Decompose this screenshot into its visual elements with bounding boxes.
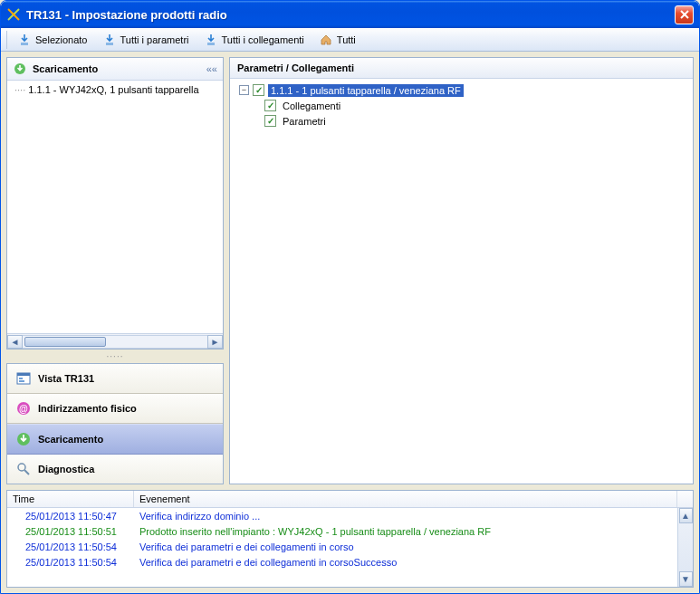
log-row[interactable]: 25/01/2013 11:50:51Prodotto inserito nel… (7, 523, 677, 539)
log-vscrollbar[interactable]: ▲ ▼ (677, 508, 693, 587)
toolbar-all-links[interactable]: Tutti i collegamenti (197, 29, 311, 51)
params-tree[interactable]: − 1.1.1 - 1 pulsanti tapparella / venezi… (230, 79, 693, 484)
toolbar-selected[interactable]: Selezionato (11, 29, 94, 51)
nav-diagnostica[interactable]: Diagnostica (7, 455, 223, 484)
collapse-toggle[interactable]: «« (206, 63, 217, 74)
close-button[interactable] (675, 5, 694, 24)
diagnostics-icon (16, 462, 31, 476)
toolbar: Selezionato Tutti i parametri Tutti i co… (1, 28, 699, 52)
log-cell-time: 25/01/2013 11:50:54 (7, 541, 134, 553)
log-row[interactable]: 25/01/2013 11:50:54Verifica dei parametr… (7, 554, 677, 570)
log-cell-time: 25/01/2013 11:50:51 (7, 525, 134, 538)
toolbar-all-params[interactable]: Tutti i parametri (96, 29, 196, 51)
svg-line-16 (24, 470, 29, 474)
scroll-track[interactable] (23, 335, 207, 349)
tree-toggle-root[interactable]: − (239, 85, 249, 95)
download-panel-header: Scaricamento «« (7, 58, 223, 81)
svg-rect-10 (19, 378, 23, 379)
toolbar-selected-label: Selezionato (35, 34, 88, 45)
download-icon (13, 62, 27, 76)
app-icon (6, 7, 21, 22)
toolbar-all-label: Tutti (337, 34, 356, 45)
download-links-icon (204, 33, 218, 47)
nav-list: Vista TR131 @ Indirizzamento fisico Scar… (6, 363, 224, 484)
addressing-icon: @ (16, 401, 31, 416)
horizontal-scrollbar[interactable]: ◄ ► (7, 333, 223, 349)
log-header: Time Evenement (7, 491, 693, 508)
log-cell-time: 25/01/2013 11:50:47 (7, 510, 134, 522)
log-row[interactable]: 25/01/2013 11:50:54Verifica dei parametr… (7, 539, 677, 554)
svg-rect-5 (106, 43, 113, 45)
svg-rect-4 (21, 43, 28, 45)
vista-icon (16, 371, 31, 386)
tree-check-root[interactable] (253, 84, 264, 96)
scroll-left-arrow[interactable]: ◄ (7, 335, 23, 349)
titlebar: TR131 - Impostazione prodotti radio (1, 1, 699, 28)
download-tree-item[interactable]: ···· 1.1.1 - WYJ42xQ, 1 pulsanti tappare… (7, 81, 223, 99)
tree-node-links[interactable]: Collegamenti (234, 98, 689, 113)
log-scroll-down[interactable]: ▼ (679, 571, 693, 587)
toolbar-all[interactable]: Tutti (312, 29, 362, 51)
left-column: Scaricamento «« ···· 1.1.1 - WYJ42xQ, 1 … (6, 57, 224, 484)
tree-label-links[interactable]: Collegamenti (280, 100, 343, 112)
download-nav-icon (16, 432, 31, 446)
log-col-event[interactable]: Evenement (134, 491, 677, 507)
scroll-right-arrow[interactable]: ► (207, 335, 223, 349)
svg-rect-11 (19, 380, 24, 382)
splitter[interactable] (6, 353, 224, 359)
log-cell-time: 25/01/2013 11:50:54 (7, 556, 134, 569)
log-cell-event: Prodotto inserito nell'impianto : WYJ42x… (134, 525, 677, 538)
svg-point-15 (18, 464, 25, 471)
svg-rect-6 (207, 43, 215, 45)
toolbar-all-params-label: Tutti i parametri (120, 34, 189, 45)
tree-check-params[interactable] (264, 115, 276, 127)
nav-vista-label: Vista TR131 (38, 373, 94, 384)
params-panel-header: Parametri / Collegamenti (230, 58, 693, 79)
home-icon (319, 33, 333, 47)
right-column: Parametri / Collegamenti − 1.1.1 - 1 pul… (229, 57, 694, 484)
svg-text:@: @ (19, 404, 28, 414)
tree-check-links[interactable] (264, 100, 276, 111)
log-rows[interactable]: 25/01/2013 11:50:47Verifica indirizzo do… (7, 508, 677, 587)
tree-node-root[interactable]: − 1.1.1 - 1 pulsanti tapparella / venezi… (234, 82, 689, 98)
tree-label-params[interactable]: Parametri (280, 115, 329, 128)
download-panel-title: Scaricamento (33, 63, 98, 74)
download-params-icon (102, 33, 117, 47)
log-cell-event: Verifica dei parametri e dei collegament… (134, 541, 677, 553)
download-selected-icon (17, 33, 32, 47)
toolbar-all-links-label: Tutti i collegamenti (222, 34, 304, 45)
scroll-thumb[interactable] (24, 337, 106, 347)
log-scroll-up[interactable]: ▲ (679, 508, 693, 523)
nav-diagnostica-label: Diagnostica (38, 464, 94, 474)
nav-scaricamento[interactable]: Scaricamento (7, 424, 223, 455)
log-cell-event: Verifica indirizzo dominio ... (134, 510, 677, 522)
tree-label-root[interactable]: 1.1.1 - 1 pulsanti tapparella / venezian… (268, 84, 464, 97)
nav-scaricamento-label: Scaricamento (38, 434, 103, 445)
log-row[interactable]: 25/01/2013 11:50:47Verifica indirizzo do… (7, 508, 677, 523)
svg-rect-9 (17, 373, 30, 376)
nav-vista[interactable]: Vista TR131 (7, 364, 223, 394)
download-panel: Scaricamento «« ···· 1.1.1 - WYJ42xQ, 1 … (6, 57, 224, 350)
window-title: TR131 - Impostazione prodotti radio (26, 8, 675, 22)
tree-node-params[interactable]: Parametri (234, 113, 689, 129)
log-panel: Time Evenement 25/01/2013 11:50:47Verifi… (6, 490, 694, 588)
nav-indirizzamento[interactable]: @ Indirizzamento fisico (7, 394, 223, 424)
log-cell-event: Verifica dei parametri e dei collegament… (134, 556, 677, 569)
nav-indirizzamento-label: Indirizzamento fisico (38, 403, 137, 414)
main-area: Scaricamento «« ···· 1.1.1 - WYJ42xQ, 1 … (1, 52, 699, 490)
window: TR131 - Impostazione prodotti radio Sele… (0, 0, 700, 594)
download-tree[interactable]: ···· 1.1.1 - WYJ42xQ, 1 pulsanti tappare… (7, 81, 223, 333)
log-col-time[interactable]: Time (7, 491, 134, 507)
params-panel: Parametri / Collegamenti − 1.1.1 - 1 pul… (229, 57, 694, 484)
